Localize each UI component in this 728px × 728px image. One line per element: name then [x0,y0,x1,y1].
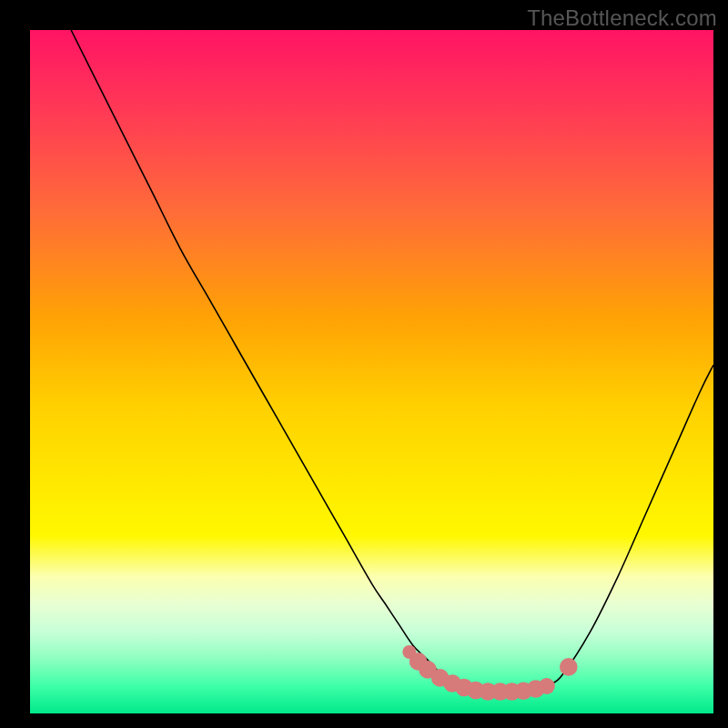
chart-frame: TheBottleneck.com [0,0,728,728]
curve-marker [560,658,578,676]
curve-marker [539,678,555,694]
bottleneck-curve [71,30,713,692]
watermark-text: TheBottleneck.com [527,5,717,31]
curve-layer [30,30,713,713]
plot-area [30,30,713,713]
curve-markers [402,645,577,701]
